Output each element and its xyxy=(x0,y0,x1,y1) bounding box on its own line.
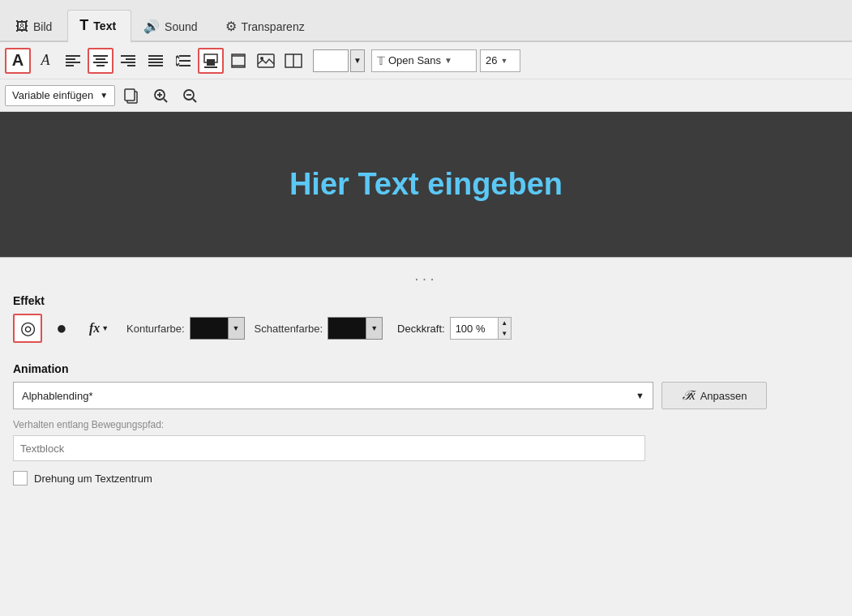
schattenfarbe-dropdown[interactable]: ▼ xyxy=(366,317,383,340)
bold-a-button[interactable]: A xyxy=(5,48,31,74)
drehung-row: Drehung um Textzentrum xyxy=(13,471,839,486)
anpassen-button[interactable]: 𝒯x Anpassen xyxy=(661,382,767,409)
svg-rect-22 xyxy=(207,59,215,66)
tab-sound[interactable]: 🔊 Sound xyxy=(131,11,212,42)
italic-a-button[interactable]: A xyxy=(32,48,58,74)
zoom-out-button[interactable] xyxy=(177,83,203,109)
line-spacing-button[interactable] xyxy=(170,48,196,74)
animation-controls-row: Alphablending* ▼ 𝒯x Anpassen xyxy=(13,382,839,409)
animation-select[interactable]: Alphablending* ▼ xyxy=(13,382,653,409)
vertical-align-bottom-button[interactable] xyxy=(198,48,224,74)
konturfarbe-label: Konturfarbe: xyxy=(126,323,185,335)
tab-transparenz-label: Transparenz xyxy=(242,20,305,33)
effect-fill-button[interactable]: ● xyxy=(47,314,76,343)
effect-fx-button[interactable]: fx ▼ xyxy=(81,314,117,343)
align-left-button[interactable] xyxy=(60,48,86,74)
drehung-label: Drehung um Textzentrum xyxy=(34,473,152,485)
tab-transparenz[interactable]: ⚙ Transparenz xyxy=(213,11,320,42)
color-box[interactable] xyxy=(313,49,349,72)
konturfarbe-dropdown[interactable]: ▼ xyxy=(229,317,245,340)
deckkraft-down[interactable]: ▼ xyxy=(499,328,511,339)
tab-text-label: Text xyxy=(93,19,116,32)
tab-bar: 🖼 Bild T Text 🔊 Sound ⚙ Transparenz xyxy=(0,0,852,42)
animation-section: Animation Alphablending* ▼ 𝒯x Anpassen V… xyxy=(0,362,852,494)
font-select-area: 𝕋 Open Sans ▼ 26 ▼ xyxy=(371,49,520,72)
fx-dropdown-arrow: ▼ xyxy=(101,324,109,332)
tab-bild[interactable]: 🖼 Bild xyxy=(3,12,67,42)
canvas-area[interactable]: Hier Text eingeben xyxy=(0,112,852,258)
variable-dropdown-arrow: ▼ xyxy=(100,91,108,100)
animation-dropdown-arrow: ▼ xyxy=(636,391,644,400)
tab-text[interactable]: T Text xyxy=(67,10,131,42)
columns-button[interactable] xyxy=(280,48,306,74)
font-icon: 𝕋 xyxy=(377,54,385,67)
anpassen-label: Anpassen xyxy=(700,390,747,402)
deckkraft-up[interactable]: ▲ xyxy=(499,318,511,328)
font-size-arrow[interactable]: ▼ xyxy=(500,57,507,65)
effect-outline-button[interactable]: ◎ xyxy=(13,314,42,343)
effekt-section: Effekt ◎ ● fx ▼ Konturfarbe: ▼ Schattenf… xyxy=(0,289,852,362)
variable-dropdown[interactable]: Variable einfügen ▼ xyxy=(5,85,115,106)
deckkraft-area: Deckkraft: 100 % ▲ ▼ xyxy=(397,317,512,340)
font-size-selector[interactable]: 26 ▼ xyxy=(480,49,520,72)
textblock-input[interactable] xyxy=(13,435,645,461)
deckkraft-label: Deckkraft: xyxy=(397,323,445,335)
animation-selected-label: Alphablending* xyxy=(22,390,92,402)
align-right-button[interactable] xyxy=(115,48,141,74)
effekt-title: Effekt xyxy=(13,294,839,307)
bild-icon: 🖼 xyxy=(15,19,28,34)
transparenz-icon: ⚙ xyxy=(225,19,237,34)
align-justify-button[interactable] xyxy=(143,48,169,74)
color-dropdown-button[interactable]: ▼ xyxy=(350,49,365,72)
fx-anpassen-icon: 𝒯x xyxy=(682,388,696,403)
font-size-value: 26 xyxy=(486,54,497,66)
text-icon: T xyxy=(79,17,88,34)
font-name: Open Sans xyxy=(388,54,441,66)
copy-button[interactable] xyxy=(118,83,144,109)
ellipsis-dots: ... xyxy=(414,266,438,284)
image-insert-button[interactable] xyxy=(253,48,279,74)
deckkraft-spinner: ▲ ▼ xyxy=(499,317,512,340)
stretch-button[interactable] xyxy=(225,48,251,74)
tab-sound-label: Sound xyxy=(165,20,197,33)
color-picker: ▼ xyxy=(313,49,365,72)
fx-label: fx xyxy=(89,321,100,336)
toolbar2: Variable einfügen ▼ xyxy=(0,79,852,112)
effect-controls-row: ◎ ● fx ▼ Konturfarbe: ▼ Schattenfarbe: ▼… xyxy=(13,314,839,343)
schattenfarbe-swatch[interactable] xyxy=(328,317,366,340)
ellipsis-separator: ... xyxy=(0,258,852,289)
animation-title: Animation xyxy=(13,362,839,375)
drehung-checkbox[interactable] xyxy=(13,471,28,486)
movement-label: Verhalten entlang Bewegungspfad: xyxy=(13,419,839,430)
align-center-button[interactable] xyxy=(88,48,113,74)
deckkraft-input[interactable]: 100 % xyxy=(450,317,499,340)
zoom-in-button[interactable] xyxy=(148,83,173,109)
svg-rect-31 xyxy=(125,89,135,101)
konturfarbe-picker: ▼ xyxy=(190,317,245,340)
font-selector[interactable]: 𝕋 Open Sans ▼ xyxy=(371,49,477,72)
font-dropdown-arrow[interactable]: ▼ xyxy=(444,56,452,65)
tab-bild-label: Bild xyxy=(33,20,52,33)
canvas-text: Hier Text eingeben xyxy=(289,167,563,202)
svg-line-35 xyxy=(164,99,167,102)
schattenfarbe-label: Schattenfarbe: xyxy=(255,323,323,335)
toolbar1: A A ▼ 𝕋 Open Sans ▼ xyxy=(0,42,852,79)
variable-label: Variable einfügen xyxy=(12,89,93,101)
schattenfarbe-picker: ▼ xyxy=(328,317,383,340)
svg-line-38 xyxy=(193,99,196,102)
deckkraft-value: 100 % xyxy=(456,323,486,335)
sound-icon: 🔊 xyxy=(143,19,160,34)
konturfarbe-swatch[interactable] xyxy=(190,317,229,340)
deckkraft-input-group: 100 % ▲ ▼ xyxy=(450,317,512,340)
